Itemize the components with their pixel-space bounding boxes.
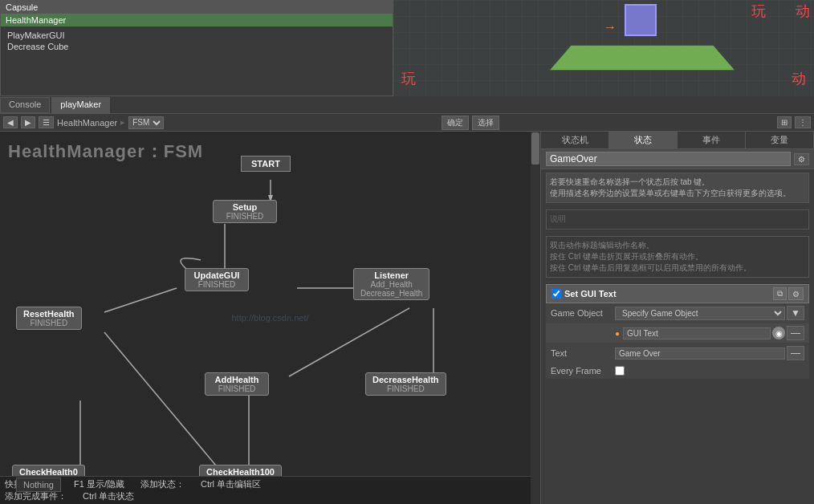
every-frame-label: Every Frame [551, 366, 615, 376]
play-icon-bottom-right: 动 [792, 69, 806, 88]
action-title: Set GUI Text [564, 289, 617, 299]
action-section: Set GUI Text ⧉ ⚙ Game Object Specify Gam… [546, 284, 809, 379]
move-arrow: → [604, 20, 617, 35]
svg-line-5 [104, 288, 177, 312]
confirm-button[interactable]: 确定 [442, 116, 469, 130]
text-minus-button[interactable]: — [787, 346, 804, 360]
list-item-playmakergui[interactable]: PlayMakerGUI [4, 30, 389, 41]
health-manager-header: HealthManager [1, 14, 393, 26]
action-copy-button[interactable]: ⧉ [773, 287, 787, 300]
state-update-gui[interactable]: UpdateGUI FINISHED [185, 268, 249, 291]
canvas-scrollbar[interactable] [531, 132, 540, 504]
tab-variables[interactable]: 变量 [746, 132, 814, 148]
state-decreasehealth-transition: FINISHED [372, 384, 439, 393]
state-listener-t1: Add_Health [360, 280, 422, 289]
tab-state-machine[interactable]: 状态机 [541, 132, 609, 148]
every-frame-checkbox[interactable] [615, 366, 625, 376]
description-box: 说明 [546, 209, 809, 230]
action-game-object-row: Game Object Specify Game Object ▼ [546, 303, 809, 323]
state-updategui-transition: FINISHED [192, 280, 242, 289]
hint-add-state-cmd: Ctrl 单击编辑区 [201, 478, 261, 490]
state-decreasehealth-name: DecreaseHealth [372, 375, 439, 384]
game-object-minus-button[interactable]: ▼ [787, 306, 804, 320]
state-listener[interactable]: Listener Add_Health Decrease_Health [353, 268, 429, 300]
action-enable-checkbox[interactable] [551, 289, 561, 299]
bottom-hints: 快捷键提示： F1 显示/隐藏 添加状态： Ctrl 单击编辑区 添加完成事件：… [0, 476, 531, 504]
gui-text-input[interactable] [623, 327, 771, 339]
hint-add-state: 添加状态： [140, 478, 185, 490]
tab-events[interactable]: 事件 [678, 132, 746, 148]
viewport-panel: → 玩 动 玩 动 [393, 0, 814, 96]
fsm-canvas[interactable]: HealthManager：FSM http://blog.csdn.net/ [0, 132, 541, 504]
toolbar: ◀ ▶ ☰ HealthManager ▸ FSM 确定 选择 ⊞ ⋮ [0, 114, 814, 132]
fsm-title: HealthManager：FSM [8, 140, 203, 164]
settings-button[interactable]: ⋮ [795, 116, 811, 128]
nothing-badge: Nothing [16, 478, 61, 492]
info-text: 若要快速重命名称选择一个状态后按 tab 键。 使用描述名称旁边的设置菜单或右键… [550, 177, 805, 199]
cube-object [625, 4, 657, 36]
menu-button[interactable]: ☰ [39, 116, 54, 128]
state-settings-button[interactable]: ⚙ [794, 153, 809, 165]
tab-playmaker[interactable]: playMaker [51, 97, 110, 113]
state-decrease-health[interactable]: DecreaseHealth FINISHED [365, 372, 446, 396]
gui-text-circle-button[interactable]: ◉ [772, 327, 785, 339]
select-button[interactable]: 选择 [472, 116, 499, 130]
hint-add-finish: 添加完成事件： [5, 490, 67, 502]
state-reset-health[interactable]: ResetHealth FINISHED [16, 307, 82, 330]
hint-box: 双击动作标题编辑动作名称。 按住 Ctrl 键单击折页展开或折叠所有动作。 按住… [546, 236, 809, 278]
state-add-health[interactable]: AddHealth FINISHED [205, 372, 269, 396]
state-setup[interactable]: Setup FINISHED [213, 200, 277, 223]
state-addhealth-transition: FINISHED [212, 384, 262, 393]
prev-button[interactable]: ◀ [3, 116, 18, 128]
tab-console[interactable]: Console [0, 97, 50, 113]
game-object-label: Game Object [551, 308, 615, 318]
tabs-bar: Console playMaker [0, 96, 814, 114]
state-header: ⚙ [541, 149, 814, 169]
game-object-dropdown[interactable]: Specify Game Object [615, 307, 785, 320]
fsm-watermark: http://blog.csdn.net/ [231, 313, 308, 323]
next-button[interactable]: ▶ [21, 116, 35, 128]
state-resethealth-transition: FINISHED [23, 319, 75, 327]
play-icon-right: 动 [796, 2, 810, 21]
start-node[interactable]: START [241, 156, 291, 172]
right-panel: 状态机 状态 事件 变量 ⚙ 若要快速重命名称选择一个状态后按 tab 键。 使… [541, 132, 814, 504]
state-updategui-name: UpdateGUI [192, 270, 242, 280]
gui-text-value: ● ◉ — [615, 326, 804, 340]
gui-text-icon: ● [615, 329, 620, 338]
action-settings-button[interactable]: ⚙ [788, 287, 804, 300]
info-box: 若要快速重命名称选择一个状态后按 tab 键。 使用描述名称旁边的设置菜单或右键… [546, 173, 809, 203]
state-listener-t2: Decrease_Health [360, 289, 422, 298]
action-header: Set GUI Text ⧉ ⚙ [546, 284, 809, 303]
capsule-header: Capsule [1, 1, 393, 14]
action-icons: ⧉ ⚙ [773, 287, 804, 300]
action-gui-text-row: ● ◉ — [546, 323, 809, 343]
state-setup-name: Setup [220, 202, 270, 212]
play-icon-bottom-left: 玩 [401, 69, 416, 88]
fsm-breadcrumb-label: HealthManager [57, 118, 117, 128]
text-label: Text [551, 348, 615, 358]
gui-text-minus-button[interactable]: — [787, 326, 804, 340]
3d-viewport: → 玩 动 玩 动 [393, 0, 814, 96]
top-left-panel: Capsule HealthManager PlayMakerGUI Decre… [0, 0, 393, 96]
play-icon-top: 玩 [751, 2, 766, 21]
toolbar-right-actions: 确定 选择 [442, 116, 499, 130]
list-item-decrease-cube[interactable]: Decrease Cube [4, 41, 389, 52]
state-name-input[interactable] [546, 152, 791, 166]
tab-state[interactable]: 状态 [609, 132, 678, 148]
main-content: HealthManager：FSM http://blog.csdn.net/ [0, 132, 814, 504]
hint-show-hide: F1 显示/隐藏 [74, 478, 124, 490]
maximize-button[interactable]: ⊞ [777, 116, 792, 128]
hint-add-finish-cmd: Ctrl 单击状态 [83, 490, 134, 502]
state-addhealth-name: AddHealth [212, 375, 262, 384]
canvas-scroll-thumb[interactable] [531, 132, 539, 165]
action-text-row: Text — [546, 343, 809, 364]
game-object-value: Specify Game Object ▼ [615, 306, 804, 320]
hint-text: 双击动作标题编辑动作名称。 按住 Ctrl 键单击折页展开或折叠所有动作。 按住… [550, 240, 805, 274]
state-setup-transition: FINISHED [220, 212, 270, 221]
right-tabs: 状态机 状态 事件 变量 [541, 132, 814, 149]
every-frame-value [615, 366, 804, 376]
fsm-type-select[interactable]: FSM [128, 116, 164, 129]
state-resethealth-name: ResetHealth [23, 309, 75, 319]
text-input[interactable] [615, 348, 785, 360]
text-value: — [615, 346, 804, 360]
